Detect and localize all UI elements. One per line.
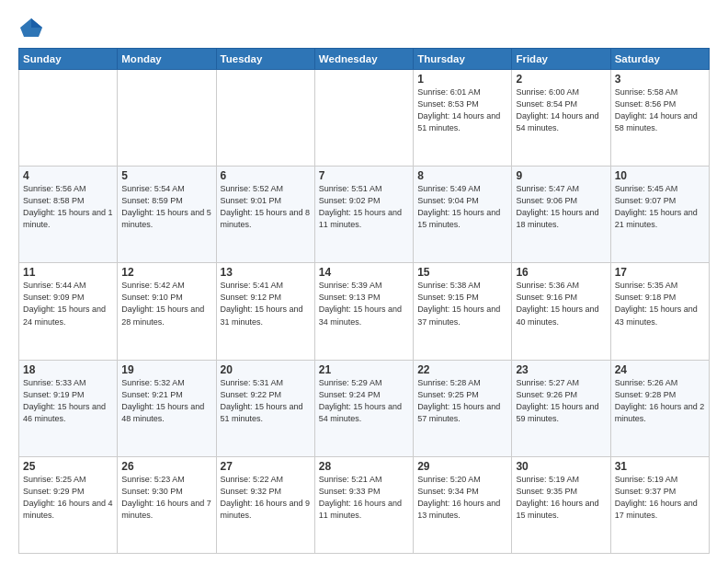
day-number: 7 [319, 169, 409, 182]
day-info: Sunrise: 5:51 AM Sunset: 9:02 PM Dayligh… [319, 183, 409, 231]
calendar-cell: 9Sunrise: 5:47 AM Sunset: 9:06 PM Daylig… [512, 167, 610, 263]
calendar-cell: 6Sunrise: 5:52 AM Sunset: 9:01 PM Daylig… [216, 167, 314, 263]
day-header-thursday: Thursday [414, 49, 512, 70]
day-number: 28 [319, 460, 409, 473]
week-row-3: 11Sunrise: 5:44 AM Sunset: 9:09 PM Dayli… [19, 263, 710, 360]
calendar-cell [314, 70, 413, 167]
day-number: 29 [417, 460, 507, 473]
calendar-cell: 17Sunrise: 5:35 AM Sunset: 9:18 PM Dayli… [610, 263, 709, 360]
calendar-cell: 2Sunrise: 6:00 AM Sunset: 8:54 PM Daylig… [512, 70, 610, 167]
calendar-cell: 12Sunrise: 5:42 AM Sunset: 9:10 PM Dayli… [118, 263, 216, 360]
week-row-5: 25Sunrise: 5:25 AM Sunset: 9:29 PM Dayli… [19, 456, 710, 553]
calendar-cell: 7Sunrise: 5:51 AM Sunset: 9:02 PM Daylig… [314, 167, 413, 263]
day-number: 12 [121, 266, 211, 279]
calendar-cell: 4Sunrise: 5:56 AM Sunset: 8:58 PM Daylig… [19, 167, 118, 263]
calendar-cell: 14Sunrise: 5:39 AM Sunset: 9:13 PM Dayli… [314, 263, 413, 360]
day-number: 25 [23, 460, 113, 473]
calendar-cell: 22Sunrise: 5:28 AM Sunset: 9:25 PM Dayli… [414, 360, 512, 456]
calendar-cell: 23Sunrise: 5:27 AM Sunset: 9:26 PM Dayli… [512, 360, 610, 456]
logo [18, 15, 46, 40]
day-info: Sunrise: 5:27 AM Sunset: 9:26 PM Dayligh… [516, 377, 606, 425]
day-header-friday: Friday [512, 49, 610, 70]
week-row-1: 1Sunrise: 6:01 AM Sunset: 8:53 PM Daylig… [19, 70, 710, 167]
calendar-table: SundayMondayTuesdayWednesdayThursdayFrid… [18, 48, 710, 554]
day-number: 8 [417, 169, 507, 182]
day-header-tuesday: Tuesday [216, 49, 314, 70]
day-number: 20 [221, 363, 311, 376]
calendar-cell: 18Sunrise: 5:33 AM Sunset: 9:19 PM Dayli… [19, 360, 118, 456]
day-info: Sunrise: 5:32 AM Sunset: 9:21 PM Dayligh… [121, 377, 211, 425]
calendar-cell: 13Sunrise: 5:41 AM Sunset: 9:12 PM Dayli… [216, 263, 314, 360]
day-number: 6 [221, 169, 311, 182]
day-number: 10 [615, 169, 705, 182]
day-header-wednesday: Wednesday [314, 49, 413, 70]
week-row-2: 4Sunrise: 5:56 AM Sunset: 8:58 PM Daylig… [19, 167, 710, 263]
day-number: 14 [319, 266, 409, 279]
calendar-header: SundayMondayTuesdayWednesdayThursdayFrid… [19, 49, 710, 70]
calendar-cell [118, 70, 216, 167]
day-info: Sunrise: 6:01 AM Sunset: 8:53 PM Dayligh… [417, 86, 507, 134]
day-number: 21 [319, 363, 409, 376]
day-info: Sunrise: 5:20 AM Sunset: 9:34 PM Dayligh… [417, 474, 507, 522]
page: SundayMondayTuesdayWednesdayThursdayFrid… [0, 0, 728, 563]
logo-icon [18, 15, 44, 40]
calendar-cell: 10Sunrise: 5:45 AM Sunset: 9:07 PM Dayli… [610, 167, 709, 263]
day-info: Sunrise: 5:47 AM Sunset: 9:06 PM Dayligh… [516, 183, 606, 231]
day-number: 26 [121, 460, 211, 473]
day-number: 9 [516, 169, 606, 182]
calendar-cell: 20Sunrise: 5:31 AM Sunset: 9:22 PM Dayli… [216, 360, 314, 456]
day-info: Sunrise: 5:23 AM Sunset: 9:30 PM Dayligh… [121, 474, 211, 522]
calendar-cell [19, 70, 118, 167]
calendar-cell: 31Sunrise: 5:19 AM Sunset: 9:37 PM Dayli… [610, 456, 709, 553]
calendar-cell: 1Sunrise: 6:01 AM Sunset: 8:53 PM Daylig… [414, 70, 512, 167]
calendar-cell: 11Sunrise: 5:44 AM Sunset: 9:09 PM Dayli… [19, 263, 118, 360]
day-number: 17 [615, 266, 705, 279]
calendar-cell: 21Sunrise: 5:29 AM Sunset: 9:24 PM Dayli… [314, 360, 413, 456]
day-info: Sunrise: 5:49 AM Sunset: 9:04 PM Dayligh… [417, 183, 507, 231]
day-info: Sunrise: 5:52 AM Sunset: 9:01 PM Dayligh… [221, 183, 311, 231]
calendar-cell: 29Sunrise: 5:20 AM Sunset: 9:34 PM Dayli… [414, 456, 512, 553]
header-row: SundayMondayTuesdayWednesdayThursdayFrid… [19, 49, 710, 70]
week-row-4: 18Sunrise: 5:33 AM Sunset: 9:19 PM Dayli… [19, 360, 710, 456]
day-number: 2 [516, 73, 606, 86]
calendar-cell: 15Sunrise: 5:38 AM Sunset: 9:15 PM Dayli… [414, 263, 512, 360]
day-info: Sunrise: 5:29 AM Sunset: 9:24 PM Dayligh… [319, 377, 409, 425]
day-info: Sunrise: 5:39 AM Sunset: 9:13 PM Dayligh… [319, 280, 409, 327]
day-number: 27 [221, 460, 311, 473]
day-number: 1 [417, 73, 507, 86]
day-number: 19 [121, 363, 211, 376]
day-number: 22 [417, 363, 507, 376]
calendar-cell: 25Sunrise: 5:25 AM Sunset: 9:29 PM Dayli… [19, 456, 118, 553]
calendar-cell: 27Sunrise: 5:22 AM Sunset: 9:32 PM Dayli… [216, 456, 314, 553]
calendar-cell: 3Sunrise: 5:58 AM Sunset: 8:56 PM Daylig… [610, 70, 709, 167]
calendar-cell: 8Sunrise: 5:49 AM Sunset: 9:04 PM Daylig… [414, 167, 512, 263]
day-info: Sunrise: 5:33 AM Sunset: 9:19 PM Dayligh… [23, 377, 113, 425]
svg-marker-1 [31, 18, 42, 28]
day-info: Sunrise: 5:36 AM Sunset: 9:16 PM Dayligh… [516, 280, 606, 327]
day-info: Sunrise: 5:38 AM Sunset: 9:15 PM Dayligh… [417, 280, 507, 327]
day-info: Sunrise: 5:22 AM Sunset: 9:32 PM Dayligh… [221, 474, 311, 522]
day-number: 13 [221, 266, 311, 279]
day-number: 11 [23, 266, 113, 279]
calendar-cell: 30Sunrise: 5:19 AM Sunset: 9:35 PM Dayli… [512, 456, 610, 553]
day-info: Sunrise: 5:28 AM Sunset: 9:25 PM Dayligh… [417, 377, 507, 425]
day-info: Sunrise: 5:58 AM Sunset: 8:56 PM Dayligh… [615, 86, 705, 134]
calendar-cell: 24Sunrise: 5:26 AM Sunset: 9:28 PM Dayli… [610, 360, 709, 456]
header [18, 15, 710, 40]
day-number: 24 [615, 363, 705, 376]
day-info: Sunrise: 5:31 AM Sunset: 9:22 PM Dayligh… [221, 377, 311, 425]
day-info: Sunrise: 5:21 AM Sunset: 9:33 PM Dayligh… [319, 474, 409, 522]
day-info: Sunrise: 5:54 AM Sunset: 8:59 PM Dayligh… [121, 183, 211, 231]
day-number: 23 [516, 363, 606, 376]
day-info: Sunrise: 5:45 AM Sunset: 9:07 PM Dayligh… [615, 183, 705, 231]
day-number: 15 [417, 266, 507, 279]
day-header-sunday: Sunday [19, 49, 118, 70]
day-header-saturday: Saturday [610, 49, 709, 70]
calendar-cell: 16Sunrise: 5:36 AM Sunset: 9:16 PM Dayli… [512, 263, 610, 360]
day-info: Sunrise: 5:56 AM Sunset: 8:58 PM Dayligh… [23, 183, 113, 231]
calendar-cell: 19Sunrise: 5:32 AM Sunset: 9:21 PM Dayli… [118, 360, 216, 456]
day-info: Sunrise: 5:19 AM Sunset: 9:37 PM Dayligh… [615, 474, 705, 522]
day-info: Sunrise: 5:25 AM Sunset: 9:29 PM Dayligh… [23, 474, 113, 522]
day-info: Sunrise: 5:44 AM Sunset: 9:09 PM Dayligh… [23, 280, 113, 327]
day-info: Sunrise: 5:41 AM Sunset: 9:12 PM Dayligh… [221, 280, 311, 327]
